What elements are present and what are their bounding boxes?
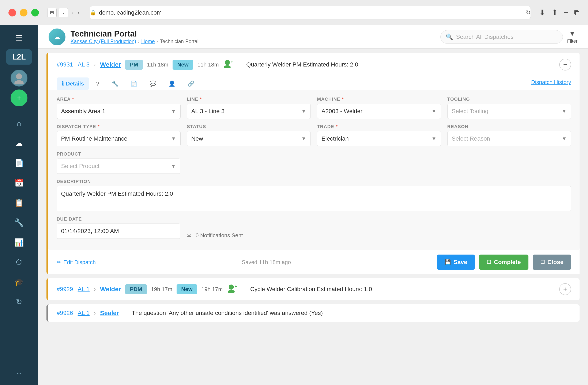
windows-icon[interactable]: ⧉ [574,8,580,17]
tab-link[interactable]: 🔗 [183,78,199,90]
reason-select-arrow: ▼ [562,136,567,142]
back-btn[interactable]: ‹ [70,9,76,17]
dispatch-history-link[interactable]: Dispatch History [531,79,571,88]
line-select[interactable]: AL 3 - Line 3 ▼ [187,104,311,119]
complete-button[interactable]: ☐ Complete [479,255,528,270]
dispatch-1-machine[interactable]: Welder [100,61,121,68]
tooling-label: TOOLING [447,97,571,102]
downloads-icon[interactable]: ⬇ [539,8,546,17]
sidebar-cloud-icon[interactable]: ☁ [11,135,27,152]
sidebar-wrench-icon[interactable]: 🔧 [11,214,27,231]
tab-wrench[interactable]: 🔧 [106,78,123,90]
trade-select-arrow: ▼ [432,136,437,142]
sidebar-home-icon[interactable]: ⌂ [11,115,27,132]
form-group-status: STATUS New ▼ [187,124,311,146]
reason-label: REASON [447,124,571,129]
sidebar-menu-icon[interactable]: ☰ [11,30,27,46]
app-container: ☰ L2L + ⌂ ☁ 📄 📅 📋 🔧 📊 ⏱ 🎓 ↻ ··· [0,25,588,385]
details-icon: ℹ [62,81,64,87]
edit-dispatch-link[interactable]: ✏ Edit Dispatch [57,259,96,265]
filter-label: Filter [567,39,577,44]
product-select[interactable]: Select Product ▼ [57,159,180,174]
help-icon: ? [96,81,99,87]
sidebar-education-icon[interactable]: 🎓 [11,274,27,291]
window-menu-btn[interactable]: ⌄ [59,8,68,17]
url-text: demo.leading2lean.com [99,9,162,16]
close-button[interactable]: ☐ Close [533,255,571,270]
machine-label: MACHINE * [317,97,441,102]
main-content: ☁ Technician Portal Kansas City (Full Pr… [38,25,588,385]
maximize-window-btn[interactable] [31,9,39,17]
trade-select[interactable]: Electrician ▼ [317,131,441,146]
filter-icon: ▼ [569,30,576,38]
search-box[interactable]: 🔍 Search All Dispatches [440,30,563,44]
form-row-duedate: DUE DATE 01/14/2023, 12:00 AM ✉ 0 Notifi… [57,216,571,239]
tooling-select-arrow: ▼ [562,108,567,114]
description-textarea[interactable]: Quarterly Welder PM Estimated Hours: 2.0 [57,186,571,211]
lock-icon: 🔒 [90,10,96,16]
form-group-trade: TRADE * Electrician ▼ [317,124,441,146]
minimize-window-btn[interactable] [20,9,27,17]
due-date-input[interactable]: 01/14/2023, 12:00 AM [57,223,180,239]
dispatch-1-assign-btn[interactable]: + [223,59,234,70]
description-value: Quarterly Welder PM Estimated Hours: 2.0 [61,190,173,197]
dispatch-2-machine[interactable]: Welder [100,285,121,293]
reload-icon[interactable]: ↻ [526,9,530,16]
address-bar[interactable]: 🔒 demo.leading2lean.com ↻ [90,6,531,20]
filter-btn[interactable]: ▼ Filter [567,30,577,44]
browser-toolbar: ⬇ ⬆ + ⧉ [539,8,580,17]
status-label: STATUS [187,124,311,129]
close-label: Close [547,259,564,265]
dispatch-2-assign-btn[interactable]: + [227,284,238,295]
form-group-duedate: DUE DATE 01/14/2023, 12:00 AM [57,216,180,239]
tab-details[interactable]: ℹ Details [57,78,89,90]
sidebar-clock-icon[interactable]: ⏱ [11,254,27,271]
form-group-description: DESCRIPTION Quarterly Welder PM Estimate… [57,179,571,211]
sidebar-calendar-icon[interactable]: 📅 [11,175,27,191]
tab-document[interactable]: 📄 [126,78,142,90]
add-dispatch-btn[interactable]: + [11,89,27,106]
form-group-machine: MACHINE * A2003 - Welder ▼ [317,97,441,119]
tab-help[interactable]: ? [91,78,104,90]
save-button[interactable]: 💾 Save [437,255,475,270]
dispatch-3-machine[interactable]: Sealer [100,309,119,317]
machine-select[interactable]: A2003 - Welder ▼ [317,104,441,119]
dispatch-1-actions: ✏ Edit Dispatch Saved 11h 18m ago 💾 Save… [48,250,580,274]
status-select[interactable]: New ▼ [187,131,311,146]
breadcrumb-home[interactable]: Home [141,39,155,44]
complete-icon: ☐ [487,259,491,265]
sidebar-refresh-icon[interactable]: ↻ [11,294,27,310]
dispatch-1-collapse-btn[interactable]: − [559,59,571,70]
reason-select[interactable]: Select Reason ▼ [447,131,571,146]
sidebar-toggle-btn[interactable]: ⊞ [47,8,57,17]
tab-speech[interactable]: 💬 [145,78,161,90]
line-value: AL 3 - Line 3 [191,108,225,115]
dispatch-1-type-badge: PM [125,60,143,70]
dispatch-1-time1: 11h 18m [147,61,168,68]
share-icon[interactable]: ⬆ [551,8,558,17]
dispatch-3-line-link[interactable]: AL 1 [78,310,90,316]
sidebar-document-icon[interactable]: 📄 [11,155,27,172]
svg-point-0 [16,73,22,79]
breadcrumb-org[interactable]: Kansas City (Full Production) [71,39,136,44]
close-window-btn[interactable] [8,9,16,17]
form-row-2: DISPATCH TYPE * PM Routine Maintenance ▼… [57,124,571,146]
tooling-select[interactable]: Select Tooling ▼ [447,104,571,119]
user-avatar[interactable] [11,70,27,86]
tab-person[interactable]: 👤 [164,78,180,90]
sidebar-chart-icon[interactable]: 📊 [11,234,27,251]
sidebar-top: ☰ L2L + ⌂ ☁ 📄 📅 📋 🔧 📊 ⏱ 🎓 ↻ [0,30,38,310]
new-tab-icon[interactable]: + [564,8,568,17]
dispatch-1-line-link[interactable]: AL 3 [78,61,90,68]
area-select[interactable]: Assembly Area 1 ▼ [57,104,181,119]
dispatch-2-line-link[interactable]: AL 1 [78,286,90,292]
envelope-icon: ✉ [187,232,191,239]
dispatch-type-select[interactable]: PM Routine Maintenance ▼ [57,131,181,146]
sidebar-clipboard-icon[interactable]: 📋 [11,194,27,211]
sidebar-more-btn[interactable]: ··· [17,370,21,381]
speech-tab-icon: 💬 [149,81,156,87]
forward-btn[interactable]: › [76,9,82,17]
dispatch-2-expand-btn[interactable]: + [559,283,571,295]
dispatch-card-2: #9929 AL 1 › Welder PDM 19h 17m New 19h … [46,278,580,300]
due-date-label: DUE DATE [57,216,180,222]
